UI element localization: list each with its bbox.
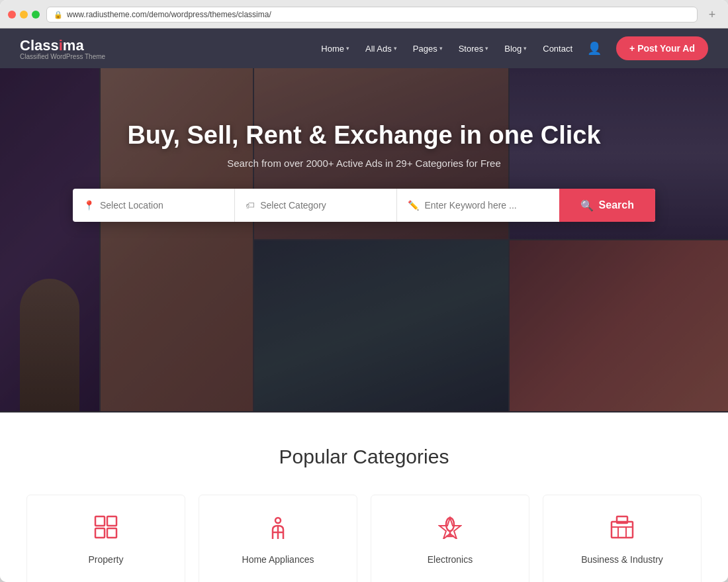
hero-title: Buy, Sell, Rent & Exchange in one Click (127, 121, 600, 150)
close-button[interactable] (8, 11, 16, 19)
address-bar[interactable]: 🔒 www.radiustheme.com/demo/wordpress/the… (46, 7, 698, 23)
svg-rect-0 (95, 516, 105, 526)
post-ad-button[interactable]: + Post Your Ad (616, 36, 708, 60)
electronics-icon (385, 515, 516, 545)
svg-rect-3 (107, 528, 116, 538)
search-icon: 🔍 (580, 199, 594, 212)
traffic-lights (8, 11, 40, 19)
svg-point-4 (275, 518, 281, 523)
user-icon[interactable]: 👤 (587, 41, 602, 56)
category-name-property: Property (40, 554, 171, 565)
category-card-business-industry[interactable]: Business & Industry (543, 495, 702, 582)
logo-tagline: Classified WordPress Theme (20, 53, 105, 60)
hero-subtitle: Search from over 2000+ Active Ads in 29+… (227, 158, 501, 169)
chevron-down-icon: ▾ (523, 45, 527, 52)
section-title: Popular Categories (26, 446, 702, 468)
nav-item-blog[interactable]: Blog ▾ (498, 40, 533, 58)
nav-item-home[interactable]: Home ▾ (314, 40, 356, 58)
maximize-button[interactable] (32, 11, 40, 19)
category-name-home-appliances: Home Appliances (212, 554, 343, 565)
logo[interactable]: Classima Classified WordPress Theme (20, 37, 105, 60)
categories-grid: Property Home Appliances (26, 495, 702, 582)
new-tab-button[interactable]: + (704, 7, 720, 23)
keyword-field[interactable]: ✏️ (397, 189, 559, 222)
category-card-home-appliances[interactable]: Home Appliances (199, 495, 357, 582)
chevron-down-icon: ▾ (346, 45, 349, 52)
business-industry-icon (557, 515, 688, 545)
page-content: Classima Classified WordPress Theme Home… (0, 28, 728, 582)
search-bar: 📍 🏷 ✏️ 🔍 Search (73, 189, 655, 222)
chevron-down-icon: ▾ (394, 45, 397, 52)
nav-item-all-ads[interactable]: All Ads ▾ (359, 40, 404, 58)
url-text: www.radiustheme.com/demo/wordpress/theme… (67, 10, 271, 19)
search-label: Search (599, 199, 634, 211)
nav-links: Home ▾ All Ads ▾ Pages ▾ Stores ▾ Blog (314, 36, 708, 60)
svg-rect-10 (612, 522, 633, 538)
category-input[interactable] (260, 189, 386, 222)
browser-chrome: 🔒 www.radiustheme.com/demo/wordpress/the… (0, 0, 728, 28)
keyword-input[interactable] (424, 189, 548, 222)
svg-rect-2 (95, 528, 105, 538)
category-name-business-industry: Business & Industry (557, 554, 688, 565)
nav-item-pages[interactable]: Pages ▾ (406, 40, 449, 58)
location-input[interactable] (100, 189, 224, 222)
category-card-electronics[interactable]: Electronics (371, 495, 529, 582)
browser-window: 🔒 www.radiustheme.com/demo/wordpress/the… (0, 0, 728, 582)
property-icon (40, 515, 171, 545)
svg-rect-1 (107, 516, 116, 526)
nav-item-contact[interactable]: Contact (536, 40, 579, 58)
location-icon: 📍 (83, 200, 95, 211)
chevron-down-icon: ▾ (485, 45, 488, 52)
search-button[interactable]: 🔍 Search (559, 189, 655, 222)
location-field[interactable]: 📍 (73, 189, 235, 222)
nav-item-stores[interactable]: Stores ▾ (452, 40, 496, 58)
minimize-button[interactable] (20, 11, 28, 19)
chevron-down-icon: ▾ (439, 45, 443, 52)
cursor-icon: ✏️ (408, 200, 419, 211)
lock-icon: 🔒 (54, 11, 63, 19)
home-appliances-icon (212, 515, 343, 545)
category-card-property[interactable]: Property (26, 495, 185, 582)
logo-text: Classima (20, 37, 84, 54)
categories-section: Popular Categories Property (0, 412, 728, 582)
category-name-electronics: Electronics (385, 554, 516, 565)
category-field[interactable]: 🏷 (235, 189, 397, 222)
hero-section: Buy, Sell, Rent & Exchange in one Click … (0, 68, 728, 412)
navbar: Classima Classified WordPress Theme Home… (0, 28, 728, 68)
tag-icon: 🏷 (246, 200, 255, 211)
hero-overlay: Buy, Sell, Rent & Exchange in one Click … (0, 68, 728, 412)
